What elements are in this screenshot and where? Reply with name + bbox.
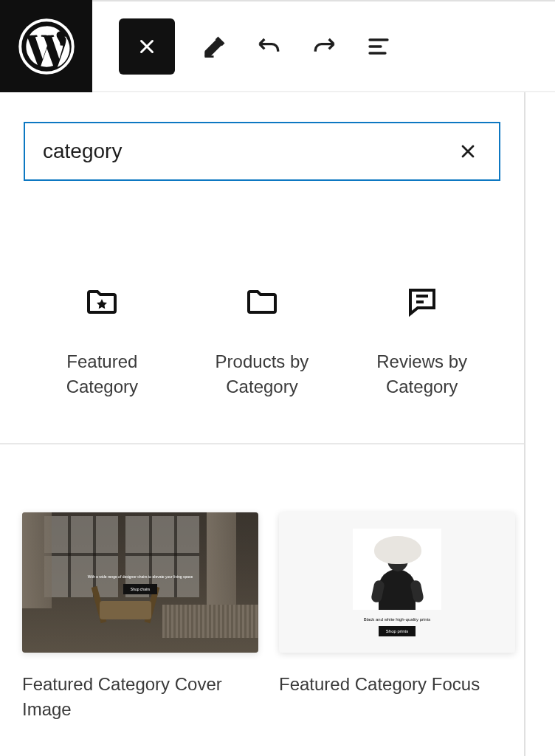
block-reviews-by-category[interactable]: Reviews by Category — [348, 284, 496, 399]
pencil-icon — [201, 33, 228, 60]
folder-star-icon — [84, 284, 120, 320]
block-featured-category[interactable]: Featured Category — [28, 284, 176, 399]
toolbar — [92, 18, 393, 75]
editor-topbar — [0, 0, 555, 92]
block-products-by-category[interactable]: Products by Category — [188, 284, 336, 399]
wordpress-icon — [18, 18, 75, 75]
patterns-results: With a wide range of designer chairs to … — [0, 444, 524, 721]
block-label: Products by Category — [188, 349, 336, 399]
preview-button: Shop chairs — [123, 584, 157, 594]
pattern-featured-category-focus[interactable]: Black and white high-quality prints Shop… — [279, 512, 515, 721]
pattern-preview: Black and white high-quality prints Shop… — [279, 512, 515, 653]
folder-icon — [244, 284, 280, 320]
patterns-row-2 — [0, 721, 524, 756]
pattern-label: Featured Category Focus — [279, 672, 515, 697]
close-icon — [458, 141, 478, 162]
pattern-preview: With a wide range of designer chairs to … — [22, 512, 258, 653]
edit-tool-button[interactable] — [200, 32, 230, 61]
inserter-panel: Featured Category Products by Category R… — [0, 92, 525, 756]
undo-button[interactable] — [255, 32, 284, 61]
redo-icon — [309, 32, 339, 61]
preview-button: Shop prints — [379, 626, 416, 636]
pattern-featured-category-cover-image[interactable]: With a wide range of designer chairs to … — [22, 512, 258, 721]
blocks-results: Featured Category Products by Category R… — [0, 181, 524, 443]
search-container — [0, 92, 524, 181]
wordpress-logo[interactable] — [0, 0, 92, 92]
list-icon — [365, 33, 392, 60]
preview-tagline: Black and white high-quality prints — [364, 617, 431, 622]
close-inserter-button[interactable] — [119, 18, 175, 75]
close-icon — [136, 35, 158, 58]
block-label: Reviews by Category — [348, 349, 496, 399]
preview-tagline: With a wide range of designer chairs to … — [88, 574, 193, 579]
svg-rect-1 — [205, 55, 214, 58]
undo-icon — [255, 32, 284, 61]
chat-lines-icon — [404, 284, 440, 320]
redo-button[interactable] — [309, 32, 339, 61]
search-input[interactable] — [43, 140, 455, 163]
clear-search-button[interactable] — [455, 138, 481, 165]
block-label: Featured Category — [28, 349, 176, 399]
search-box — [24, 122, 500, 181]
pattern-label: Featured Category Cover Image — [22, 672, 258, 721]
document-overview-button[interactable] — [364, 32, 393, 61]
